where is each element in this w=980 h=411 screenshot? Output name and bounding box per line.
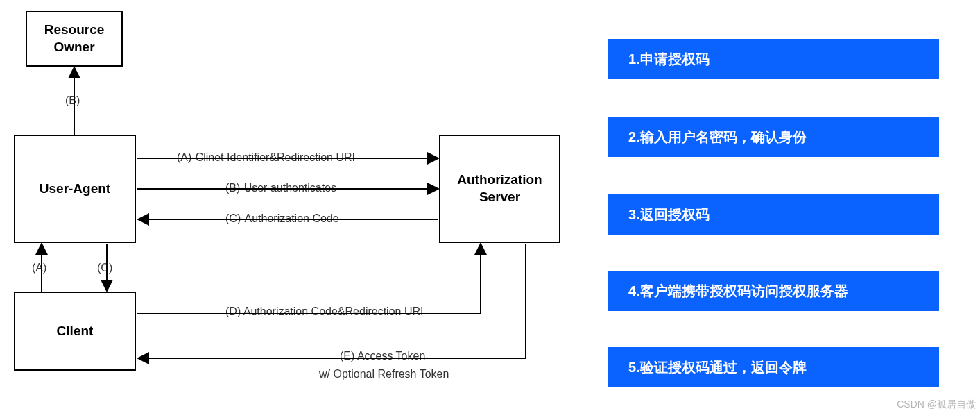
label-c-small: (C) bbox=[97, 262, 112, 274]
step-2-text: 2.输入用户名密码，确认身份 bbox=[628, 128, 807, 146]
node-resource-owner-label: Resource Owner bbox=[44, 22, 105, 56]
node-user-agent: User-Agent bbox=[14, 135, 136, 243]
label-e-sub: w/ Optional Refresh Token bbox=[319, 368, 449, 380]
label-c: (C)-Authorization Code bbox=[225, 212, 339, 225]
step-5-text: 5.验证授权码通过，返回令牌 bbox=[628, 358, 807, 377]
label-b-small: (B) bbox=[65, 94, 80, 107]
step-5: 5.验证授权码通过，返回令牌 bbox=[608, 347, 939, 387]
step-1-text: 1.申请授权码 bbox=[628, 50, 710, 69]
label-a-small: (A) bbox=[32, 262, 46, 274]
label-a: (A)-Clinet Identifier&Redirection URI bbox=[177, 151, 355, 164]
step-2: 2.输入用户名密码，确认身份 bbox=[608, 117, 939, 157]
diagram-canvas: Resource Owner User-Agent Client Authori… bbox=[0, 0, 980, 411]
node-client: Client bbox=[14, 292, 136, 371]
step-3-text: 3.返回授权码 bbox=[628, 206, 710, 224]
watermark: CSDN @孤居自傲 bbox=[897, 399, 976, 411]
label-b: (B)-User authenticates bbox=[225, 182, 336, 194]
step-4-text: 4.客户端携带授权码访问授权服务器 bbox=[628, 282, 848, 301]
step-3: 3.返回授权码 bbox=[608, 194, 939, 235]
node-resource-owner: Resource Owner bbox=[26, 11, 123, 67]
node-client-label: Client bbox=[57, 323, 94, 340]
node-auth-server-label: Authorization Server bbox=[457, 171, 542, 206]
step-1: 1.申请授权码 bbox=[608, 39, 939, 79]
node-user-agent-label: User-Agent bbox=[40, 181, 110, 198]
label-d: (D) Authorization Code&Redirection URI bbox=[225, 305, 423, 318]
label-e: (E) Access Token bbox=[340, 350, 425, 362]
step-4: 4.客户端携带授权码访问授权服务器 bbox=[608, 271, 939, 311]
node-auth-server: Authorization Server bbox=[439, 135, 560, 243]
